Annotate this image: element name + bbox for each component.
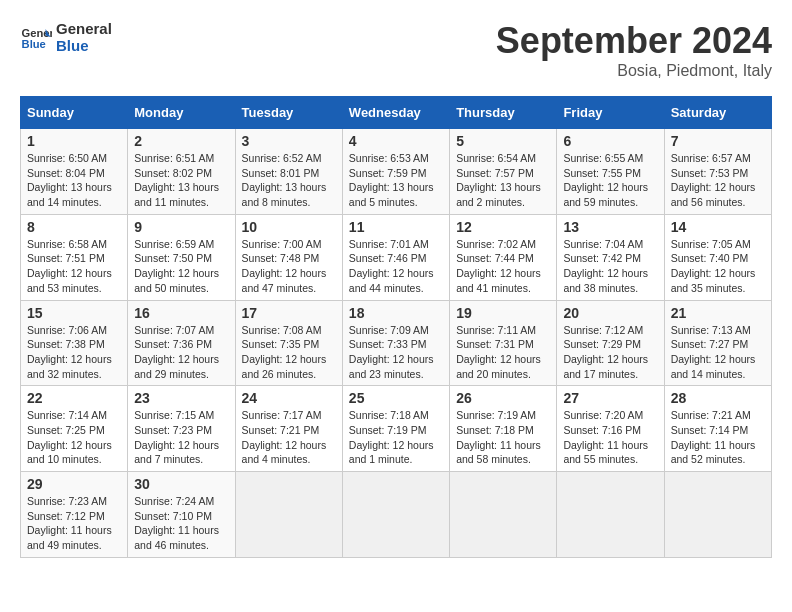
day-number: 18 (349, 305, 443, 321)
day-info: Sunrise: 7:01 AMSunset: 7:46 PMDaylight:… (349, 237, 443, 296)
day-number: 25 (349, 390, 443, 406)
svg-text:Blue: Blue (22, 38, 46, 50)
calendar-table: SundayMondayTuesdayWednesdayThursdayFrid… (20, 96, 772, 558)
day-info: Sunrise: 7:00 AMSunset: 7:48 PMDaylight:… (242, 237, 336, 296)
day-number: 10 (242, 219, 336, 235)
calendar-cell: 1Sunrise: 6:50 AMSunset: 8:04 PMDaylight… (21, 129, 128, 215)
day-info: Sunrise: 7:08 AMSunset: 7:35 PMDaylight:… (242, 323, 336, 382)
day-number: 17 (242, 305, 336, 321)
day-info: Sunrise: 6:59 AMSunset: 7:50 PMDaylight:… (134, 237, 228, 296)
day-info: Sunrise: 7:13 AMSunset: 7:27 PMDaylight:… (671, 323, 765, 382)
calendar-cell: 26Sunrise: 7:19 AMSunset: 7:18 PMDayligh… (450, 386, 557, 472)
day-number: 3 (242, 133, 336, 149)
day-number: 5 (456, 133, 550, 149)
day-number: 13 (563, 219, 657, 235)
day-info: Sunrise: 6:58 AMSunset: 7:51 PMDaylight:… (27, 237, 121, 296)
day-number: 11 (349, 219, 443, 235)
day-info: Sunrise: 7:21 AMSunset: 7:14 PMDaylight:… (671, 408, 765, 467)
day-number: 7 (671, 133, 765, 149)
day-info: Sunrise: 7:11 AMSunset: 7:31 PMDaylight:… (456, 323, 550, 382)
day-info: Sunrise: 7:24 AMSunset: 7:10 PMDaylight:… (134, 494, 228, 553)
day-number: 24 (242, 390, 336, 406)
calendar-cell: 27Sunrise: 7:20 AMSunset: 7:16 PMDayligh… (557, 386, 664, 472)
day-info: Sunrise: 7:07 AMSunset: 7:36 PMDaylight:… (134, 323, 228, 382)
calendar-cell: 13Sunrise: 7:04 AMSunset: 7:42 PMDayligh… (557, 214, 664, 300)
col-header-thursday: Thursday (450, 97, 557, 129)
day-info: Sunrise: 6:51 AMSunset: 8:02 PMDaylight:… (134, 151, 228, 210)
day-number: 12 (456, 219, 550, 235)
day-info: Sunrise: 7:12 AMSunset: 7:29 PMDaylight:… (563, 323, 657, 382)
day-info: Sunrise: 6:52 AMSunset: 8:01 PMDaylight:… (242, 151, 336, 210)
calendar-cell: 7Sunrise: 6:57 AMSunset: 7:53 PMDaylight… (664, 129, 771, 215)
day-info: Sunrise: 6:53 AMSunset: 7:59 PMDaylight:… (349, 151, 443, 210)
day-info: Sunrise: 7:05 AMSunset: 7:40 PMDaylight:… (671, 237, 765, 296)
location-subtitle: Bosia, Piedmont, Italy (496, 62, 772, 80)
day-info: Sunrise: 7:15 AMSunset: 7:23 PMDaylight:… (134, 408, 228, 467)
calendar-cell: 10Sunrise: 7:00 AMSunset: 7:48 PMDayligh… (235, 214, 342, 300)
day-number: 28 (671, 390, 765, 406)
day-number: 2 (134, 133, 228, 149)
day-info: Sunrise: 7:09 AMSunset: 7:33 PMDaylight:… (349, 323, 443, 382)
day-info: Sunrise: 7:19 AMSunset: 7:18 PMDaylight:… (456, 408, 550, 467)
day-number: 6 (563, 133, 657, 149)
day-number: 21 (671, 305, 765, 321)
col-header-tuesday: Tuesday (235, 97, 342, 129)
calendar-cell: 30Sunrise: 7:24 AMSunset: 7:10 PMDayligh… (128, 472, 235, 558)
day-number: 4 (349, 133, 443, 149)
calendar-cell: 15Sunrise: 7:06 AMSunset: 7:38 PMDayligh… (21, 300, 128, 386)
calendar-cell: 12Sunrise: 7:02 AMSunset: 7:44 PMDayligh… (450, 214, 557, 300)
calendar-cell: 6Sunrise: 6:55 AMSunset: 7:55 PMDaylight… (557, 129, 664, 215)
day-info: Sunrise: 7:17 AMSunset: 7:21 PMDaylight:… (242, 408, 336, 467)
calendar-cell: 24Sunrise: 7:17 AMSunset: 7:21 PMDayligh… (235, 386, 342, 472)
calendar-cell (664, 472, 771, 558)
day-number: 29 (27, 476, 121, 492)
calendar-cell: 20Sunrise: 7:12 AMSunset: 7:29 PMDayligh… (557, 300, 664, 386)
page-header: General Blue General Blue September 2024… (20, 20, 772, 80)
day-number: 9 (134, 219, 228, 235)
calendar-cell: 18Sunrise: 7:09 AMSunset: 7:33 PMDayligh… (342, 300, 449, 386)
calendar-cell: 16Sunrise: 7:07 AMSunset: 7:36 PMDayligh… (128, 300, 235, 386)
day-number: 1 (27, 133, 121, 149)
col-header-wednesday: Wednesday (342, 97, 449, 129)
day-info: Sunrise: 6:50 AMSunset: 8:04 PMDaylight:… (27, 151, 121, 210)
month-title: September 2024 (496, 20, 772, 62)
calendar-cell: 8Sunrise: 6:58 AMSunset: 7:51 PMDaylight… (21, 214, 128, 300)
day-info: Sunrise: 6:57 AMSunset: 7:53 PMDaylight:… (671, 151, 765, 210)
calendar-cell: 19Sunrise: 7:11 AMSunset: 7:31 PMDayligh… (450, 300, 557, 386)
day-number: 8 (27, 219, 121, 235)
calendar-cell: 22Sunrise: 7:14 AMSunset: 7:25 PMDayligh… (21, 386, 128, 472)
calendar-cell: 28Sunrise: 7:21 AMSunset: 7:14 PMDayligh… (664, 386, 771, 472)
day-number: 14 (671, 219, 765, 235)
calendar-cell: 17Sunrise: 7:08 AMSunset: 7:35 PMDayligh… (235, 300, 342, 386)
day-number: 22 (27, 390, 121, 406)
calendar-cell: 21Sunrise: 7:13 AMSunset: 7:27 PMDayligh… (664, 300, 771, 386)
day-info: Sunrise: 7:06 AMSunset: 7:38 PMDaylight:… (27, 323, 121, 382)
day-number: 30 (134, 476, 228, 492)
calendar-cell (342, 472, 449, 558)
calendar-cell (557, 472, 664, 558)
day-info: Sunrise: 7:18 AMSunset: 7:19 PMDaylight:… (349, 408, 443, 467)
calendar-cell: 14Sunrise: 7:05 AMSunset: 7:40 PMDayligh… (664, 214, 771, 300)
day-info: Sunrise: 7:14 AMSunset: 7:25 PMDaylight:… (27, 408, 121, 467)
calendar-cell (235, 472, 342, 558)
day-number: 23 (134, 390, 228, 406)
logo-blue: Blue (56, 37, 112, 54)
day-number: 19 (456, 305, 550, 321)
calendar-cell: 4Sunrise: 6:53 AMSunset: 7:59 PMDaylight… (342, 129, 449, 215)
calendar-cell: 23Sunrise: 7:15 AMSunset: 7:23 PMDayligh… (128, 386, 235, 472)
calendar-cell: 9Sunrise: 6:59 AMSunset: 7:50 PMDaylight… (128, 214, 235, 300)
day-info: Sunrise: 7:02 AMSunset: 7:44 PMDaylight:… (456, 237, 550, 296)
calendar-cell (450, 472, 557, 558)
col-header-sunday: Sunday (21, 97, 128, 129)
calendar-cell: 3Sunrise: 6:52 AMSunset: 8:01 PMDaylight… (235, 129, 342, 215)
day-number: 16 (134, 305, 228, 321)
col-header-monday: Monday (128, 97, 235, 129)
calendar-cell: 2Sunrise: 6:51 AMSunset: 8:02 PMDaylight… (128, 129, 235, 215)
day-number: 20 (563, 305, 657, 321)
day-info: Sunrise: 7:20 AMSunset: 7:16 PMDaylight:… (563, 408, 657, 467)
title-block: September 2024 Bosia, Piedmont, Italy (496, 20, 772, 80)
calendar-cell: 11Sunrise: 7:01 AMSunset: 7:46 PMDayligh… (342, 214, 449, 300)
logo-general: General (56, 20, 112, 37)
col-header-saturday: Saturday (664, 97, 771, 129)
day-info: Sunrise: 6:55 AMSunset: 7:55 PMDaylight:… (563, 151, 657, 210)
